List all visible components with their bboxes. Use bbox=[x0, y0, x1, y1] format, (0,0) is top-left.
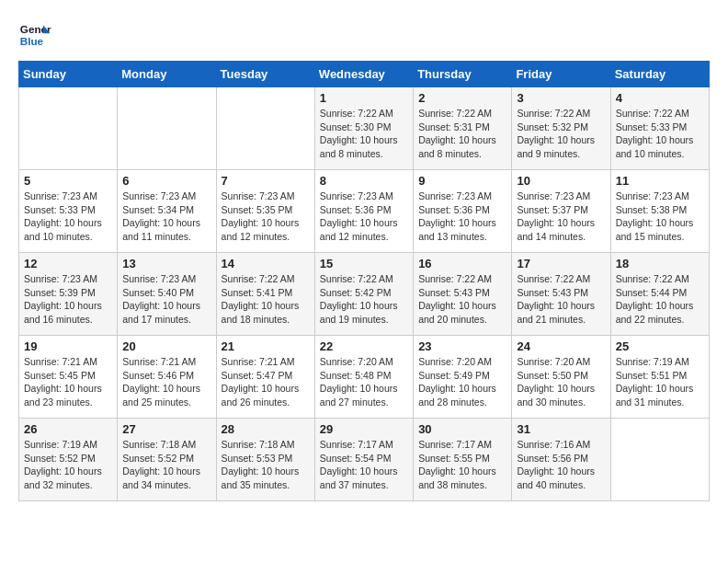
day-info: Sunrise: 7:22 AM Sunset: 5:31 PM Dayligh… bbox=[418, 107, 506, 161]
calendar-week-row: 19Sunrise: 7:21 AM Sunset: 5:45 PM Dayli… bbox=[19, 336, 710, 419]
day-number: 16 bbox=[418, 257, 506, 270]
day-number: 8 bbox=[320, 174, 408, 188]
day-number: 24 bbox=[517, 339, 605, 353]
calendar-day-16: 16Sunrise: 7:22 AM Sunset: 5:43 PM Dayli… bbox=[414, 253, 512, 336]
day-number: 22 bbox=[320, 339, 408, 353]
day-info: Sunrise: 7:21 AM Sunset: 5:45 PM Dayligh… bbox=[24, 355, 112, 409]
day-info: Sunrise: 7:23 AM Sunset: 5:38 PM Dayligh… bbox=[616, 190, 704, 244]
day-number: 18 bbox=[616, 257, 704, 270]
day-number: 29 bbox=[320, 422, 408, 436]
calendar-day-2: 2Sunrise: 7:22 AM Sunset: 5:31 PM Daylig… bbox=[414, 87, 512, 170]
day-info: Sunrise: 7:22 AM Sunset: 5:43 PM Dayligh… bbox=[418, 272, 506, 327]
calendar-day-15: 15Sunrise: 7:22 AM Sunset: 5:42 PM Dayli… bbox=[314, 253, 413, 336]
day-number: 17 bbox=[517, 257, 605, 270]
calendar-day-7: 7Sunrise: 7:23 AM Sunset: 5:35 PM Daylig… bbox=[216, 170, 314, 253]
day-info: Sunrise: 7:23 AM Sunset: 5:36 PM Dayligh… bbox=[418, 190, 506, 244]
day-info: Sunrise: 7:22 AM Sunset: 5:42 PM Dayligh… bbox=[320, 272, 408, 327]
day-info: Sunrise: 7:22 AM Sunset: 5:43 PM Dayligh… bbox=[517, 272, 605, 327]
day-number: 19 bbox=[24, 339, 112, 353]
calendar-day-28: 28Sunrise: 7:18 AM Sunset: 5:53 PM Dayli… bbox=[216, 419, 314, 501]
day-number: 23 bbox=[418, 339, 506, 353]
header-wednesday: Wednesday bbox=[314, 62, 413, 87]
calendar-day-17: 17Sunrise: 7:22 AM Sunset: 5:43 PM Dayli… bbox=[512, 253, 610, 336]
day-info: Sunrise: 7:20 AM Sunset: 5:49 PM Dayligh… bbox=[418, 355, 506, 409]
calendar-day-24: 24Sunrise: 7:20 AM Sunset: 5:50 PM Dayli… bbox=[512, 336, 610, 419]
day-number: 15 bbox=[320, 257, 408, 270]
day-info: Sunrise: 7:22 AM Sunset: 5:41 PM Dayligh… bbox=[222, 272, 310, 327]
calendar-day-31: 31Sunrise: 7:16 AM Sunset: 5:56 PM Dayli… bbox=[512, 419, 610, 501]
calendar-week-row: 12Sunrise: 7:23 AM Sunset: 5:39 PM Dayli… bbox=[19, 253, 710, 336]
svg-text:Blue: Blue bbox=[20, 35, 44, 47]
calendar-day-13: 13Sunrise: 7:23 AM Sunset: 5:40 PM Dayli… bbox=[118, 253, 216, 336]
calendar-day-11: 11Sunrise: 7:23 AM Sunset: 5:38 PM Dayli… bbox=[610, 170, 709, 253]
day-number: 28 bbox=[222, 422, 310, 436]
day-number: 27 bbox=[122, 422, 210, 436]
calendar-day-14: 14Sunrise: 7:22 AM Sunset: 5:41 PM Dayli… bbox=[216, 253, 314, 336]
calendar-day-1: 1Sunrise: 7:22 AM Sunset: 5:30 PM Daylig… bbox=[314, 87, 413, 170]
day-number: 4 bbox=[616, 91, 704, 105]
day-number: 7 bbox=[222, 174, 310, 188]
day-info: Sunrise: 7:19 AM Sunset: 5:52 PM Dayligh… bbox=[24, 438, 112, 492]
calendar-week-row: 1Sunrise: 7:22 AM Sunset: 5:30 PM Daylig… bbox=[19, 87, 710, 170]
day-number: 14 bbox=[222, 257, 310, 270]
day-info: Sunrise: 7:23 AM Sunset: 5:36 PM Dayligh… bbox=[320, 190, 408, 244]
day-number: 11 bbox=[616, 174, 704, 188]
calendar-day-23: 23Sunrise: 7:20 AM Sunset: 5:49 PM Dayli… bbox=[414, 336, 512, 419]
logo-icon: General Blue bbox=[18, 18, 51, 52]
day-number: 30 bbox=[418, 422, 506, 436]
calendar-day-3: 3Sunrise: 7:22 AM Sunset: 5:32 PM Daylig… bbox=[512, 87, 610, 170]
header-thursday: Thursday bbox=[414, 62, 512, 87]
calendar-day-27: 27Sunrise: 7:18 AM Sunset: 5:52 PM Dayli… bbox=[118, 419, 216, 501]
page-header: General Blue bbox=[18, 18, 710, 52]
header-tuesday: Tuesday bbox=[216, 62, 314, 87]
calendar-day-18: 18Sunrise: 7:22 AM Sunset: 5:44 PM Dayli… bbox=[610, 253, 709, 336]
day-info: Sunrise: 7:22 AM Sunset: 5:30 PM Dayligh… bbox=[320, 107, 408, 161]
day-info: Sunrise: 7:23 AM Sunset: 5:40 PM Dayligh… bbox=[122, 272, 210, 327]
calendar-table: SundayMondayTuesdayWednesdayThursdayFrid… bbox=[18, 61, 710, 501]
calendar-day-10: 10Sunrise: 7:23 AM Sunset: 5:37 PM Dayli… bbox=[512, 170, 610, 253]
day-info: Sunrise: 7:20 AM Sunset: 5:48 PM Dayligh… bbox=[320, 355, 408, 409]
day-info: Sunrise: 7:23 AM Sunset: 5:34 PM Dayligh… bbox=[122, 190, 210, 244]
day-number: 6 bbox=[122, 174, 210, 188]
day-info: Sunrise: 7:17 AM Sunset: 5:54 PM Dayligh… bbox=[320, 438, 408, 492]
day-number: 25 bbox=[616, 339, 704, 353]
calendar-empty-cell bbox=[118, 87, 216, 170]
header-sunday: Sunday bbox=[19, 62, 118, 87]
day-number: 5 bbox=[24, 174, 112, 188]
day-number: 3 bbox=[517, 91, 605, 105]
calendar-day-9: 9Sunrise: 7:23 AM Sunset: 5:36 PM Daylig… bbox=[414, 170, 512, 253]
header-monday: Monday bbox=[118, 62, 216, 87]
day-info: Sunrise: 7:23 AM Sunset: 5:37 PM Dayligh… bbox=[517, 190, 605, 244]
day-number: 10 bbox=[517, 174, 605, 188]
day-info: Sunrise: 7:19 AM Sunset: 5:51 PM Dayligh… bbox=[616, 355, 704, 409]
calendar-day-20: 20Sunrise: 7:21 AM Sunset: 5:46 PM Dayli… bbox=[118, 336, 216, 419]
calendar-day-12: 12Sunrise: 7:23 AM Sunset: 5:39 PM Dayli… bbox=[19, 253, 118, 336]
day-info: Sunrise: 7:17 AM Sunset: 5:55 PM Dayligh… bbox=[418, 438, 506, 492]
calendar-header-row: SundayMondayTuesdayWednesdayThursdayFrid… bbox=[19, 62, 710, 87]
day-info: Sunrise: 7:23 AM Sunset: 5:35 PM Dayligh… bbox=[222, 190, 310, 244]
calendar-day-22: 22Sunrise: 7:20 AM Sunset: 5:48 PM Dayli… bbox=[314, 336, 413, 419]
day-info: Sunrise: 7:22 AM Sunset: 5:44 PM Dayligh… bbox=[616, 272, 704, 327]
day-info: Sunrise: 7:20 AM Sunset: 5:50 PM Dayligh… bbox=[517, 355, 605, 409]
calendar-day-4: 4Sunrise: 7:22 AM Sunset: 5:33 PM Daylig… bbox=[610, 87, 709, 170]
day-number: 9 bbox=[418, 174, 506, 188]
day-info: Sunrise: 7:23 AM Sunset: 5:39 PM Dayligh… bbox=[24, 272, 112, 327]
calendar-day-26: 26Sunrise: 7:19 AM Sunset: 5:52 PM Dayli… bbox=[19, 419, 118, 501]
day-info: Sunrise: 7:16 AM Sunset: 5:56 PM Dayligh… bbox=[517, 438, 605, 492]
day-number: 20 bbox=[122, 339, 210, 353]
day-info: Sunrise: 7:22 AM Sunset: 5:33 PM Dayligh… bbox=[616, 107, 704, 161]
calendar-week-row: 5Sunrise: 7:23 AM Sunset: 5:33 PM Daylig… bbox=[19, 170, 710, 253]
day-number: 26 bbox=[24, 422, 112, 436]
day-number: 2 bbox=[418, 91, 506, 105]
svg-text:General: General bbox=[20, 23, 51, 35]
calendar-day-5: 5Sunrise: 7:23 AM Sunset: 5:33 PM Daylig… bbox=[19, 170, 118, 253]
day-info: Sunrise: 7:21 AM Sunset: 5:47 PM Dayligh… bbox=[222, 355, 310, 409]
calendar-day-19: 19Sunrise: 7:21 AM Sunset: 5:45 PM Dayli… bbox=[19, 336, 118, 419]
day-number: 21 bbox=[222, 339, 310, 353]
calendar-empty-cell bbox=[610, 419, 709, 501]
day-info: Sunrise: 7:18 AM Sunset: 5:52 PM Dayligh… bbox=[122, 438, 210, 492]
day-number: 12 bbox=[24, 257, 112, 270]
logo: General Blue bbox=[18, 18, 55, 52]
header-saturday: Saturday bbox=[610, 62, 709, 87]
day-number: 1 bbox=[320, 91, 408, 105]
